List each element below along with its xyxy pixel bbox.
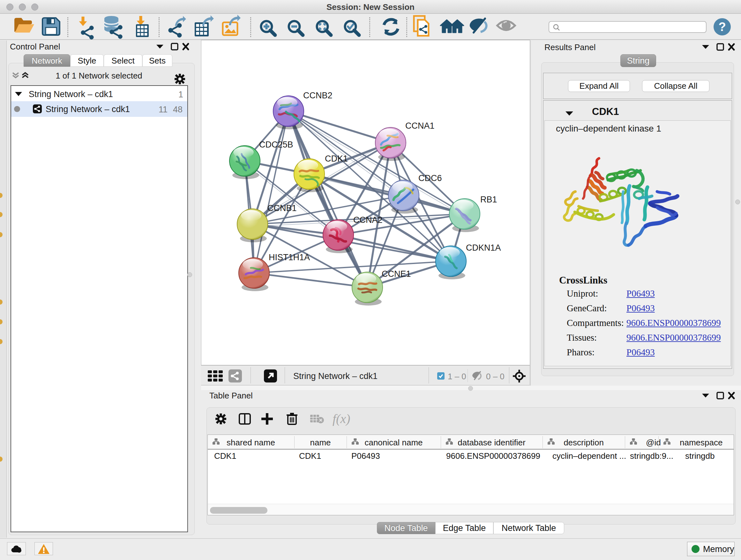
svg-text:CDK1: CDK1 [325,154,348,164]
svg-text:HIST1H1A: HIST1H1A [269,253,310,262]
svg-text:CCNB1: CCNB1 [267,203,297,213]
svg-text:CDKN1A: CDKN1A [466,243,501,253]
svg-text:CCNE1: CCNE1 [382,269,411,279]
svg-text:CCNB2: CCNB2 [303,91,333,100]
svg-text:RB1: RB1 [480,195,497,204]
svg-text:CCNA1: CCNA1 [405,121,434,131]
svg-text:CDC25B: CDC25B [259,140,293,149]
svg-text:CDC6: CDC6 [418,173,442,183]
svg-text:CCNA2: CCNA2 [353,215,383,225]
